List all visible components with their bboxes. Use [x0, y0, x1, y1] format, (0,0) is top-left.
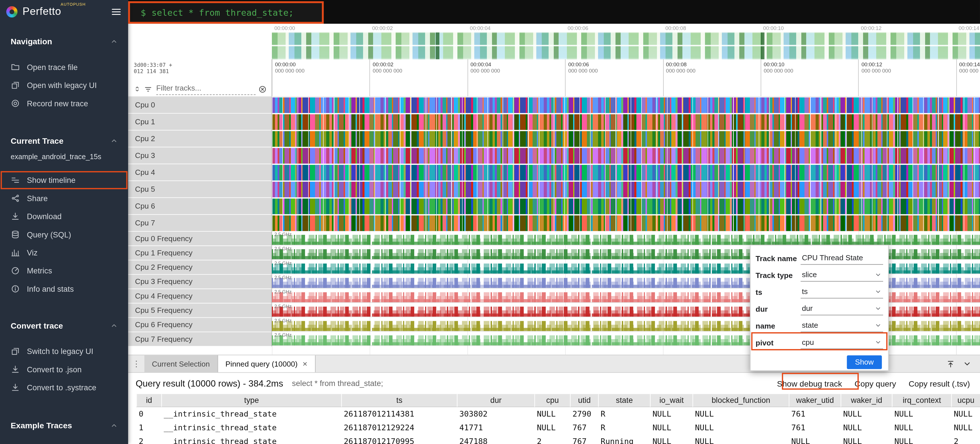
track-label-cpu-3-frequency[interactable]: Cpu 3 Frequency	[128, 275, 272, 289]
sidebar-item-show-timeline[interactable]: Show timeline	[0, 171, 128, 189]
track-content-cpu-7[interactable]	[272, 215, 980, 232]
column-header-waker-utid[interactable]: waker_utid	[789, 394, 840, 407]
dialog-field-label: Track type	[756, 271, 800, 280]
dialog-field-value: slice	[802, 270, 817, 279]
column-header-blocked-function[interactable]: blocked_function	[692, 394, 789, 407]
column-header-state[interactable]: state	[598, 394, 650, 407]
track-content-cpu-4[interactable]	[272, 164, 980, 181]
sidebar-item-convert-to-json[interactable]: Convert to .json	[0, 360, 128, 378]
query-result-summary: Query result (10000 rows) - 384.2ms	[135, 379, 283, 388]
track-content-cpu-6[interactable]	[272, 198, 980, 215]
ruler-tick: 00:00:10000 000 000	[761, 59, 793, 96]
sidebar-item-open-trace-file[interactable]: Open trace file	[0, 58, 128, 76]
track-label-cpu-3[interactable]: Cpu 3	[128, 147, 272, 164]
sidebar-item-convert-to-systrace[interactable]: Convert to .systrace	[0, 379, 128, 396]
track-content-cpu-0[interactable]	[272, 97, 980, 114]
sidebar-item-share[interactable]: Share	[0, 189, 128, 207]
sidebar-item-open-with-legacy-ui[interactable]: Open with legacy UI	[0, 76, 128, 94]
track-content-cpu-1[interactable]	[272, 114, 980, 130]
dialog-track-type-select[interactable]: slice	[801, 269, 883, 281]
sidebar-section-header-example-traces[interactable]: Example Traces	[0, 417, 128, 434]
track-label-cpu-0[interactable]: Cpu 0	[128, 97, 272, 114]
cell-1-ts: 261187012129224	[341, 421, 457, 434]
download-icon	[11, 212, 20, 221]
track-content-cpu-0-frequency[interactable]: 2.5 GHz	[272, 232, 980, 246]
sidebar-section-current-trace: Current Traceexample_android_trace_15sSh…	[0, 132, 128, 298]
column-header-irq-context[interactable]: irq_context	[892, 394, 951, 407]
time-ruler: 3d00:33:07 + 012 114 381 Filter tracks..…	[128, 59, 980, 97]
sidebar-item-metrics[interactable]: Metrics	[0, 262, 128, 280]
show-button[interactable]: Show	[847, 355, 881, 369]
collapse-panel-icon[interactable]	[963, 359, 972, 369]
tab-strip-icons	[946, 355, 980, 372]
ruler-tick-ns: 000 000 000	[959, 67, 980, 74]
copy-result-tsv-button[interactable]: Copy result (.tsv)	[908, 379, 970, 388]
track-label-cpu-5[interactable]: Cpu 5	[128, 181, 272, 198]
sidebar-item-info-and-stats[interactable]: Info and stats	[0, 280, 128, 298]
perfetto-app: $ select * from thread_state; Perfetto A…	[0, 0, 980, 444]
hamburger-menu-button[interactable]	[111, 6, 122, 17]
sidebar-item-download[interactable]: Download	[0, 208, 128, 225]
track-label-cpu-4[interactable]: Cpu 4	[128, 164, 272, 181]
freq-value-label: 2.5 GHz	[274, 289, 291, 295]
sidebar-section-header-navigation[interactable]: Navigation	[0, 33, 128, 50]
database-icon	[11, 230, 20, 239]
track-label-cpu-7-frequency[interactable]: Cpu 7 Frequency	[128, 332, 272, 347]
metrics-icon	[11, 266, 20, 276]
sort-tracks-icon[interactable]	[133, 85, 141, 93]
filter-tracks-input[interactable]: Filter tracks...	[156, 83, 256, 95]
column-header-ts[interactable]: ts	[341, 394, 457, 407]
column-header-dur[interactable]: dur	[457, 394, 534, 407]
sidebar-section-header-current-trace[interactable]: Current Trace	[0, 132, 128, 149]
expand-panel-icon[interactable]	[946, 360, 955, 368]
tab-pinned-query-10000[interactable]: Pinned query (10000)×	[218, 355, 315, 372]
sidebar-item-query-sql[interactable]: Query (SQL)	[0, 225, 128, 243]
track-row-cpu-4: Cpu 4	[128, 164, 980, 181]
sidebar-item-viz[interactable]: Viz	[0, 243, 128, 262]
tab-current-selection[interactable]: Current Selection	[144, 355, 218, 372]
overview-minimap[interactable]	[272, 33, 980, 59]
track-label-cpu-2[interactable]: Cpu 2	[128, 130, 272, 147]
track-content-cpu-2[interactable]	[272, 130, 980, 147]
track-content-cpu-5[interactable]	[272, 181, 980, 198]
track-label-cpu-7[interactable]: Cpu 7	[128, 215, 272, 232]
cell-2-ucpu: 2	[951, 434, 980, 444]
column-header-cpu[interactable]: cpu	[534, 394, 570, 407]
track-label-cpu-6[interactable]: Cpu 6	[128, 198, 272, 215]
query-result-bar: Query result (10000 rows) - 384.2ms sele…	[128, 373, 980, 394]
freq-value-label: 2.5 GHz	[274, 232, 291, 238]
column-header-waker-id[interactable]: waker_id	[840, 394, 892, 407]
sidebar-item-switch-to-legacy-ui[interactable]: Switch to legacy UI	[0, 342, 128, 360]
close-tab-icon[interactable]: ×	[302, 359, 307, 369]
dialog-ts-select[interactable]: ts	[801, 286, 883, 298]
column-header-type[interactable]: type	[161, 394, 341, 407]
cpu-slices-band	[272, 114, 980, 130]
sidebar-item-record-new-trace[interactable]: Record new trace	[0, 94, 128, 112]
show-debug-track-button[interactable]: Show debug track	[777, 379, 842, 388]
track-label-cpu-2-frequency[interactable]: Cpu 2 Frequency	[128, 260, 272, 274]
track-label-cpu-4-frequency[interactable]: Cpu 4 Frequency	[128, 289, 272, 303]
track-label-cpu-1-frequency[interactable]: Cpu 1 Frequency	[128, 246, 272, 260]
dialog-dur-select[interactable]: dur	[801, 303, 883, 315]
drag-handle-icon[interactable]: ⋮	[128, 355, 144, 372]
dialog-name-select[interactable]: state	[801, 319, 883, 332]
column-header-id[interactable]: id	[136, 394, 161, 407]
current-trace-name[interactable]: example_android_trace_15s	[0, 153, 128, 163]
track-label-cpu-6-frequency[interactable]: Cpu 6 Frequency	[128, 318, 272, 332]
track-row-cpu-7: Cpu 7	[128, 215, 980, 232]
sidebar-section-header-convert-trace[interactable]: Convert trace	[0, 317, 128, 334]
track-label-cpu-5-frequency[interactable]: Cpu 5 Frequency	[128, 303, 272, 318]
track-label-cpu-1[interactable]: Cpu 1	[128, 114, 272, 130]
dialog-pivot-select[interactable]: cpu	[801, 336, 883, 349]
clear-filter-icon[interactable]	[258, 84, 267, 94]
column-header-ucpu[interactable]: ucpu	[951, 394, 980, 407]
track-label-cpu-0-frequency[interactable]: Cpu 0 Frequency	[128, 232, 272, 246]
column-header-utid[interactable]: utid	[570, 394, 598, 407]
copy-query-button[interactable]: Copy query	[854, 379, 896, 388]
cell-0-ucpu: NULL	[951, 407, 980, 421]
query-omnibox[interactable]: $ select * from thread_state;	[130, 3, 323, 22]
dialog-track-name-input[interactable]: CPU Thread State	[801, 252, 883, 265]
track-content-cpu-3[interactable]	[272, 147, 980, 164]
column-header-io-wait[interactable]: io_wait	[650, 394, 693, 407]
tab-label: Current Selection	[152, 360, 210, 368]
